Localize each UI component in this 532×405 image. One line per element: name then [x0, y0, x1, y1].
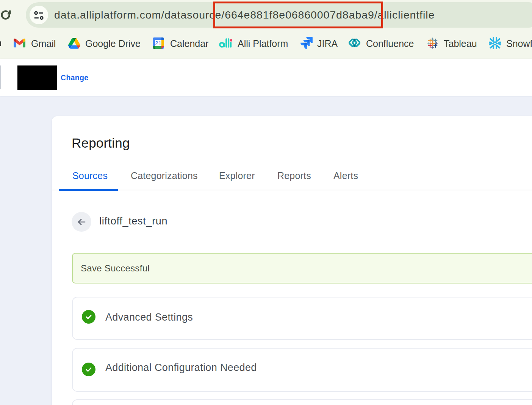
svg-text:21: 21	[155, 40, 161, 46]
